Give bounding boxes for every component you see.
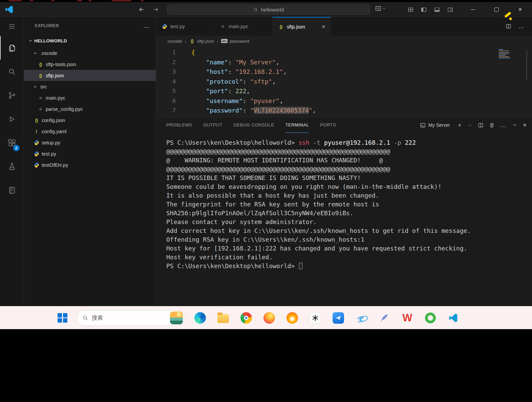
- extensions-badge: 2: [13, 145, 20, 151]
- file-label: config.yaml: [42, 129, 66, 134]
- line-number: 1: [156, 48, 185, 58]
- chevron-down-icon: [28, 38, 33, 43]
- panel-tab-debug-console[interactable]: DEBUG CONSOLE: [234, 117, 274, 133]
- toggle-panel-icon[interactable]: [434, 7, 440, 13]
- file-label: src: [40, 84, 47, 89]
- internet-explorer-icon[interactable]: e: [354, 311, 368, 325]
- workspace-root[interactable]: HELLOWORLD: [24, 36, 156, 45]
- tab-label: sftp.json: [287, 24, 305, 29]
- editor-scrollbar[interactable]: [526, 51, 527, 80]
- panel-tab-ports[interactable]: PORTS: [320, 117, 336, 133]
- back-arrow-icon[interactable]: [137, 5, 146, 14]
- green-ring-icon[interactable]: [423, 311, 438, 325]
- blue-messenger-icon[interactable]: [331, 311, 345, 325]
- editor-grid-layout-icon[interactable]: [408, 7, 413, 13]
- explorer-icon[interactable]: [0, 36, 24, 60]
- code-text: "name": "My Server",: [185, 58, 279, 67]
- tree-item-test.py[interactable]: test.py: [24, 148, 156, 159]
- toggle-secondary-sidebar-icon[interactable]: [447, 7, 453, 13]
- tab-label: test.py: [170, 24, 185, 29]
- tab-sftp.json[interactable]: {}sftp.json×: [273, 17, 331, 36]
- maximize-button[interactable]: [485, 2, 508, 17]
- command-center-search[interactable]: helloworld: [167, 4, 370, 15]
- terminal-line: It is also possible that a host key has …: [166, 191, 532, 200]
- orange-browser-icon[interactable]: [285, 311, 299, 325]
- tree-item-setup.py[interactable]: setup.py: [24, 137, 156, 148]
- code-text: "host": "192.168.2.1",: [185, 67, 287, 77]
- taskbar-apps: eW: [193, 311, 461, 325]
- chrome-icon[interactable]: [239, 311, 253, 325]
- breadcrumb-label: password: [230, 39, 249, 44]
- menu-icon[interactable]: [0, 17, 24, 36]
- file-explorer-icon[interactable]: [216, 311, 230, 325]
- binary-file-icon: ≡: [220, 24, 226, 29]
- editor[interactable]: 1{2 "name": "My Server",3 "host": "192.1…: [156, 46, 532, 117]
- panel-tab-problems[interactable]: PROBLEMS: [166, 117, 192, 133]
- breadcrumb-label: .vscode: [166, 39, 182, 44]
- panel-tab-output[interactable]: OUTPUT: [203, 117, 222, 133]
- breadcrumb-item[interactable]: .vscode: [166, 39, 182, 44]
- terminal-name: My Server: [428, 122, 450, 128]
- line-number: 7: [156, 106, 185, 116]
- tree-item-config.json[interactable]: {}config.json: [24, 115, 156, 126]
- breadcrumb-label: sftp.json: [197, 39, 214, 44]
- terminal-instance-label[interactable]: My Server: [420, 122, 450, 128]
- explorer-title: EXPLORER: [35, 23, 59, 28]
- terminal-output[interactable]: PS C:\Users\ken\Desktop\helloworld> ssh …: [156, 133, 532, 306]
- minimap-line: [499, 49, 503, 50]
- vscode-icon[interactable]: [446, 311, 461, 325]
- split-terminal-icon[interactable]: [478, 122, 484, 128]
- panel-more-actions-icon[interactable]: …: [500, 122, 507, 129]
- title-bar: helloworld ×: [0, 2, 532, 17]
- tree-item-config.yaml[interactable]: !config.yaml: [24, 126, 156, 137]
- tree-item-testOfEH.py[interactable]: testOfEH.py: [24, 159, 156, 170]
- new-terminal-icon[interactable]: [457, 122, 463, 128]
- minimap[interactable]: [499, 48, 512, 59]
- split-editor-icon[interactable]: [506, 23, 511, 29]
- tree-item-parse_config.pyc[interactable]: ≡parse_config.pyc: [24, 103, 156, 115]
- edge-icon[interactable]: [193, 311, 207, 325]
- breadcrumb-item[interactable]: {}sftp.json: [189, 39, 214, 44]
- kill-terminal-icon[interactable]: [489, 122, 495, 128]
- tree-item-sftp-tools.json[interactable]: {}sftp-tools.json: [24, 59, 156, 70]
- python-file-icon: [34, 151, 39, 157]
- tree-item-sftp.json[interactable]: {}sftp.json: [24, 70, 156, 81]
- tab-test.py[interactable]: test.py: [156, 17, 214, 36]
- explorer-more-actions-icon[interactable]: …: [143, 22, 150, 29]
- forward-arrow-icon[interactable]: [152, 5, 160, 14]
- tree-item-.vscode[interactable]: .vscode: [24, 47, 156, 59]
- terminal-line: Add correct host key in C:\\Users\\ken/.…: [166, 226, 532, 235]
- tree-item-src[interactable]: src: [24, 81, 156, 92]
- extensions-icon[interactable]: 2: [0, 131, 24, 155]
- minimap-line: [499, 56, 509, 57]
- quill-icon[interactable]: [377, 311, 391, 325]
- search-icon[interactable]: [0, 60, 24, 83]
- toggle-primary-sidebar-icon[interactable]: [421, 7, 427, 13]
- firefox-icon[interactable]: [262, 311, 276, 325]
- terminal-dropdown-chevron-icon[interactable]: [468, 123, 472, 127]
- wps-icon[interactable]: W: [400, 311, 414, 325]
- close-button[interactable]: ×: [508, 2, 532, 17]
- tab-strip: test.py≡main.pyc{}sftp.json×: [156, 17, 331, 36]
- testing-icon[interactable]: [0, 155, 24, 178]
- close-icon[interactable]: ×: [318, 24, 325, 30]
- editor-more-actions-icon[interactable]: …: [518, 23, 525, 30]
- start-button[interactable]: [58, 313, 67, 323]
- tab-main.pyc[interactable]: ≡main.pyc: [214, 17, 273, 36]
- chatgpt-icon[interactable]: [308, 311, 322, 325]
- editor-group: test.py≡main.pyc{}sftp.json× … .vscode›{…: [156, 17, 532, 306]
- minimize-button[interactable]: [461, 2, 485, 17]
- maximize-panel-icon[interactable]: [512, 122, 517, 128]
- tree-item-main.pyc[interactable]: ≡main.pyc: [24, 92, 156, 103]
- breadcrumb-item[interactable]: abcpassword: [221, 39, 249, 44]
- run-debug-icon[interactable]: [0, 107, 24, 131]
- customize-layout-icon[interactable]: [375, 5, 386, 12]
- panel-tab-terminal[interactable]: TERMINAL: [285, 117, 309, 133]
- taskbar-search[interactable]: 搜索: [77, 310, 185, 326]
- minimap-line: [499, 54, 508, 54]
- source-control-icon[interactable]: [0, 83, 24, 107]
- terminal-line: Someone could be eavesdropping on you ri…: [166, 182, 532, 191]
- json-file-icon: {}: [34, 118, 39, 123]
- close-panel-icon[interactable]: ×: [523, 121, 527, 129]
- notebook-icon[interactable]: [0, 178, 24, 202]
